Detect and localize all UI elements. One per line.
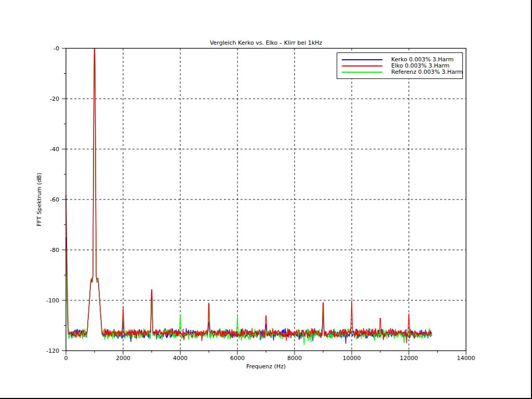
- legend: Kerko 0.003% 3.HarmElko 0.003% 3.HarmRef…: [337, 52, 463, 79]
- x-tick-label: 14000: [457, 355, 475, 362]
- series-line-elko: [66, 49, 432, 343]
- y-tick-label: -60: [50, 196, 59, 203]
- chart-title: Vergleich Kerko vs. Elko – Klirr bei 1kH…: [0, 39, 532, 46]
- legend-line-sample: [342, 65, 382, 66]
- axis-ticks: [62, 48, 466, 355]
- x-tick-label: 4000: [173, 355, 188, 362]
- legend-line-sample: [342, 72, 382, 73]
- x-axis-label: Frequenz (Hz): [0, 363, 532, 370]
- series-line-referenz: [66, 49, 432, 345]
- series-line-kerko: [66, 49, 432, 344]
- legend-line-sample: [342, 59, 382, 60]
- x-tick-label: 10000: [343, 355, 361, 362]
- grid-lines: [66, 48, 466, 351]
- x-tick-label: 0: [64, 355, 68, 362]
- y-tick-label: -40: [50, 146, 59, 153]
- x-tick-label: 12000: [400, 355, 418, 362]
- y-axis-label: FFT Spektrum (dB): [36, 173, 43, 227]
- y-tick-label: -80: [50, 247, 59, 254]
- legend-item: Referenz 0.003% 3.Harm: [337, 69, 462, 75]
- legend-label: Referenz 0.003% 3.Harm: [391, 69, 463, 75]
- x-tick-label: 6000: [230, 355, 245, 362]
- plot-window: 02000400060008000100001200014000-0-20-40…: [0, 0, 532, 399]
- y-tick-label: -100: [46, 297, 59, 304]
- x-tick-label: 8000: [287, 355, 302, 362]
- y-tick-label: -20: [50, 96, 59, 102]
- y-tick-label: -120: [46, 348, 59, 354]
- x-tick-label: 2000: [116, 355, 130, 362]
